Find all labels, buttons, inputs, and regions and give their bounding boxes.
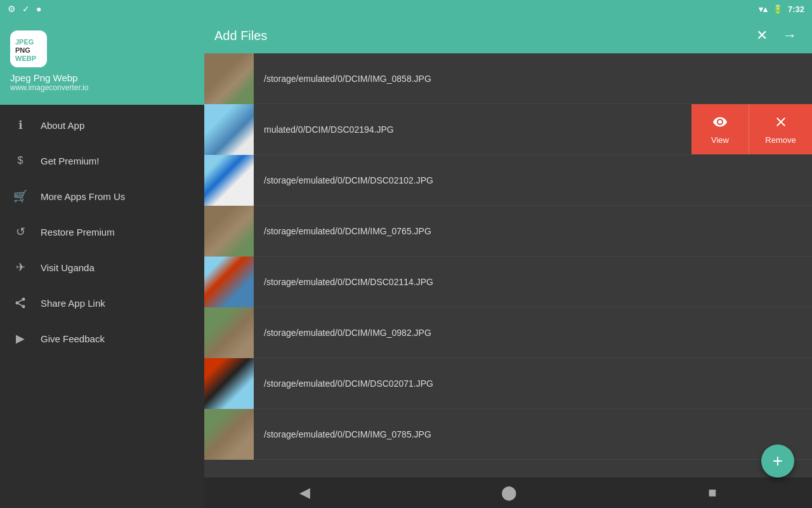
- close-button[interactable]: ✕: [751, 25, 773, 46]
- file-thumbnail: [204, 307, 254, 358]
- app-name: Jpeg Png Webp: [10, 72, 77, 83]
- file-thumbnail: [204, 257, 254, 307]
- svg-text:JPEG: JPEG: [15, 38, 34, 46]
- sidebar-premium-label: Get Premium!: [41, 156, 100, 166]
- svg-text:WEBP: WEBP: [15, 55, 36, 62]
- share-icon: [13, 295, 28, 311]
- app-url: www.imageconverter.io: [10, 83, 88, 92]
- file-item[interactable]: /storage/emulated/0/DCIM/DSC02071.JPG: [204, 358, 812, 409]
- app-logo: JPEG PNG WEBP: [10, 30, 47, 67]
- status-icons-left: ⚙ ✓ ●: [8, 4, 41, 14]
- file-thumbnail: [204, 206, 254, 257]
- svg-line-7: [18, 304, 22, 305]
- sidebar-header: JPEG PNG WEBP Jpeg Png Webp www.imagecon…: [0, 18, 204, 105]
- play-icon: ▶: [13, 331, 28, 346]
- info-icon: ℹ: [13, 117, 28, 133]
- header-actions: ✕ →: [751, 25, 802, 46]
- sidebar-item-about[interactable]: ℹ About App: [0, 107, 204, 143]
- file-item[interactable]: /storage/emulated/0/DCIM/IMG_0982.JPG: [204, 307, 812, 358]
- eye-icon: [712, 114, 728, 133]
- dollar-icon: $: [13, 153, 28, 168]
- fab-add-button[interactable]: +: [761, 444, 794, 478]
- svg-line-8: [18, 300, 22, 302]
- file-path: /storage/emulated/0/DCIM/IMG_0982.JPG: [254, 328, 812, 338]
- remove-button[interactable]: Remove: [749, 104, 812, 154]
- plane-icon: ✈: [13, 260, 28, 275]
- file-item[interactable]: /storage/emulated/0/DCIM/DSC02102.JPG: [204, 155, 812, 206]
- content-area: Add Files ✕ → /storage/emulated/0/DCIM/I…: [204, 18, 812, 508]
- sidebar-about-label: About App: [41, 120, 84, 131]
- view-button[interactable]: View: [691, 104, 749, 154]
- sidebar-item-premium[interactable]: $ Get Premium!: [0, 143, 204, 178]
- action-overlay: View Remove: [691, 104, 812, 154]
- view-label: View: [711, 135, 729, 145]
- sidebar-item-feedback[interactable]: ▶ Give Feedback: [0, 321, 204, 356]
- file-thumbnail: [204, 155, 254, 206]
- restore-icon: ↺: [13, 224, 28, 239]
- settings-icon: ⚙: [8, 4, 16, 14]
- status-icons-right: ▾▴ 🔋 7:32: [759, 4, 804, 14]
- sidebar-share-label: Share App Link: [41, 298, 105, 309]
- back-nav-button[interactable]: ◀: [284, 479, 325, 506]
- sidebar-item-restore[interactable]: ↺ Restore Premium: [0, 214, 204, 250]
- svg-point-4: [22, 298, 25, 301]
- sidebar: JPEG PNG WEBP Jpeg Png Webp www.imagecon…: [0, 18, 204, 508]
- file-path: /storage/emulated/0/DCIM/DSC02114.JPG: [254, 277, 812, 287]
- file-item[interactable]: /storage/emulated/0/DCIM/IMG_0858.JPG: [204, 53, 812, 104]
- sidebar-feedback-label: Give Feedback: [41, 333, 105, 344]
- sidebar-item-uganda[interactable]: ✈ Visit Uganda: [0, 250, 204, 285]
- sidebar-uganda-label: Visit Uganda: [41, 262, 95, 273]
- sidebar-restore-label: Restore Premium: [41, 227, 115, 237]
- svg-point-6: [22, 305, 25, 308]
- file-list: /storage/emulated/0/DCIM/IMG_0858.JPG mu…: [204, 53, 812, 478]
- file-item[interactable]: /storage/emulated/0/DCIM/IMG_0785.JPG: [204, 409, 812, 460]
- file-thumbnail: [204, 104, 254, 155]
- file-path: /storage/emulated/0/DCIM/DSC02102.JPG: [254, 175, 812, 185]
- check-icon: ✓: [22, 4, 30, 14]
- file-item[interactable]: /storage/emulated/0/DCIM/DSC02114.JPG: [204, 257, 812, 307]
- home-nav-button[interactable]: ⬤: [486, 479, 532, 506]
- remove-label: Remove: [765, 135, 796, 145]
- close-icon: [773, 114, 789, 133]
- page-title: Add Files: [214, 29, 267, 43]
- sidebar-more-apps-label: More Apps From Us: [41, 191, 125, 202]
- battery-icon: 🔋: [773, 4, 783, 14]
- next-button[interactable]: →: [778, 25, 802, 46]
- svg-text:PNG: PNG: [15, 46, 30, 54]
- sidebar-items: ℹ About App $ Get Premium! 🛒 More Apps F…: [0, 105, 204, 508]
- circle-icon: ●: [36, 4, 41, 14]
- status-bar: ⚙ ✓ ● ▾▴ 🔋 7:32: [0, 0, 812, 18]
- file-path: /storage/emulated/0/DCIM/IMG_0785.JPG: [254, 429, 812, 439]
- time-display: 7:32: [788, 4, 804, 14]
- main-layout: JPEG PNG WEBP Jpeg Png Webp www.imagecon…: [0, 18, 812, 508]
- sidebar-item-more-apps[interactable]: 🛒 More Apps From Us: [0, 178, 204, 214]
- file-thumbnail: [204, 358, 254, 409]
- file-thumbnail: [204, 409, 254, 460]
- file-path: /storage/emulated/0/DCIM/IMG_0858.JPG: [254, 74, 812, 84]
- file-item[interactable]: mulated/0/DCIM/DSC02194.JPG View: [204, 104, 812, 155]
- file-thumbnail: [204, 53, 254, 104]
- wifi-icon: ▾▴: [759, 4, 768, 14]
- recent-nav-button[interactable]: ■: [693, 479, 731, 506]
- bottom-nav: ◀ ⬤ ■: [204, 478, 812, 508]
- sidebar-item-share[interactable]: Share App Link: [0, 285, 204, 321]
- file-item[interactable]: /storage/emulated/0/DCIM/IMG_0765.JPG: [204, 206, 812, 257]
- file-path: /storage/emulated/0/DCIM/IMG_0765.JPG: [254, 226, 812, 236]
- svg-point-5: [16, 302, 19, 305]
- file-path: /storage/emulated/0/DCIM/DSC02071.JPG: [254, 378, 812, 389]
- cart-icon: 🛒: [13, 189, 28, 204]
- content-header: Add Files ✕ →: [204, 18, 812, 53]
